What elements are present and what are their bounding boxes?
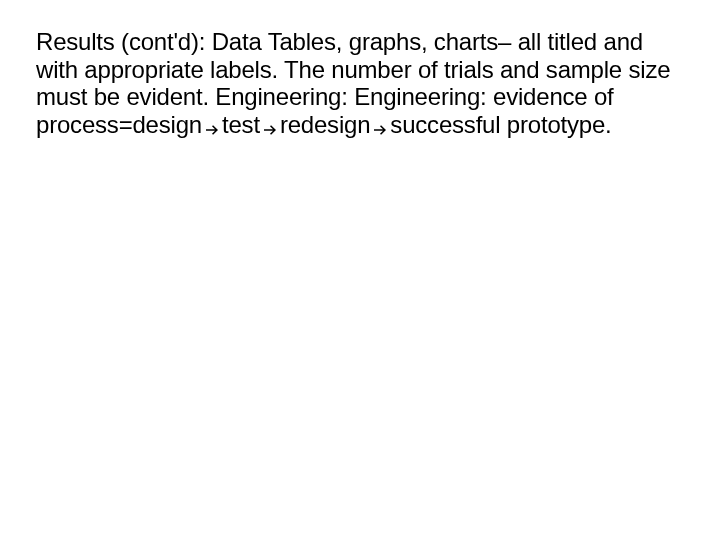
slide-body: Results (cont'd): Data Tables, graphs, c…	[36, 28, 684, 138]
arrow-right-icon	[261, 117, 279, 135]
arrow-right-icon	[371, 117, 389, 135]
text-segment-3: redesign	[280, 111, 370, 138]
text-segment-4: successful prototype.	[390, 111, 611, 138]
text-segment-2: test	[222, 111, 260, 138]
arrow-right-icon	[203, 117, 221, 135]
